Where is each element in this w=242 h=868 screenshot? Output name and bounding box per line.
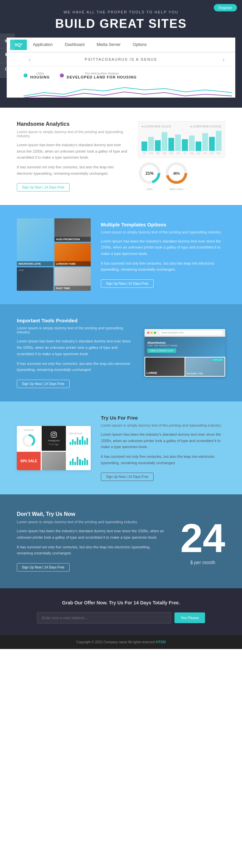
dash-sparkline2 [70, 457, 88, 465]
nav-item-options[interactable]: Options [127, 37, 153, 52]
bar-2 [155, 140, 161, 151]
template-img-3: LONDON TUBE [54, 243, 91, 266]
analytics-section: Handsome Analytics Lorem ipsum is simply… [0, 108, 242, 205]
bar-0 [141, 142, 147, 151]
analytics-chart: ● OVERVIEW SALES ● OVERVIEW CHOICE JanFe… [138, 121, 225, 191]
mockup-cta-btn[interactable]: VIEW CONTACT LIST [147, 348, 176, 353]
dash-card-sale: 60% SALE [17, 452, 41, 470]
header-section: Register WE HAVE ALL THE PROPER TOOLS TO… [0, 0, 242, 108]
bar-label-2: Mar [155, 152, 161, 154]
browser-url: www.example.com [159, 331, 222, 335]
nav-item-dashboard[interactable]: Dashboard [59, 37, 91, 52]
bars [141, 131, 221, 151]
carousel-chart [24, 86, 232, 98]
bar-4 [168, 138, 174, 151]
template-img-2: AUDI PROMOTION [54, 218, 91, 242]
spark-bar-sparkline2-4 [79, 459, 81, 465]
register-button[interactable]: Register [214, 4, 237, 11]
carousel-item-text-2: The Metropolitan Railway DEVELOPED LAND … [66, 72, 136, 79]
bar-6 [182, 139, 188, 151]
bar-label-4: May [168, 152, 174, 154]
spark-bar-sparkline1-2 [74, 441, 76, 445]
carousel-item-text-1: 1980s HOUSING [30, 72, 50, 79]
free-subtitle: Lorem ipsum is simply dummy text of the … [101, 423, 225, 427]
bar-8 [196, 142, 201, 151]
carousel-prev[interactable]: ‹ [29, 56, 31, 63]
donut-2: 46% 46% USAI [165, 161, 188, 191]
carousel-next[interactable]: › [222, 56, 225, 63]
browser-dot-yellow [151, 332, 153, 334]
bar-chart-header: ● OVERVIEW SALES ● OVERVIEW CHOICE [141, 125, 221, 128]
bar-5 [175, 134, 181, 151]
bar-label-8: Sep [196, 152, 201, 154]
spark-bar-sparkline1-4 [79, 440, 81, 444]
template-label-1: MOUNTAIN LOVE [17, 261, 53, 266]
bar-label-11: Dec [216, 152, 221, 154]
bar-labels: JanFebMarAprMayJunJulAugSepOctNovDec [141, 152, 221, 154]
dash-card-office: OFFICE [17, 426, 41, 451]
dash-card-photo [42, 452, 65, 470]
tools-signup-button[interactable]: Sign Up Now | 14 Days Free [17, 380, 70, 388]
analytics-signup-button[interactable]: Sign Up Now | 14 Days Free [17, 183, 70, 191]
spark-bar-sparkline2-2 [74, 462, 76, 465]
cta-email-input[interactable] [37, 612, 171, 623]
spark-bar-sparkline2-7 [86, 460, 88, 465]
svg-text:21%: 21% [145, 171, 154, 176]
donut-label-1: 21% [138, 187, 161, 191]
price-display: 24 $ per month [181, 518, 225, 565]
templates-subtitle: Lorem ipsum is simply dummy text of the … [101, 230, 225, 234]
pricing-heading: Don't Wait, Try Us Now [17, 511, 167, 517]
template-img-4: UND [17, 267, 53, 291]
bar-3 [162, 132, 167, 151]
templates-signup-button[interactable]: Sign Up Now | 14 Days Free [101, 279, 154, 288]
cta-section: Grab Our Offer Now. Try Us For 14 Days T… [0, 588, 242, 635]
left-sidebar [0, 34, 15, 78]
free-signup-button[interactable]: Sign Up Now | 14 Days Free [101, 472, 154, 481]
nav-links: Application Dashboard Media Server Optio… [27, 37, 232, 52]
sidebar-chat-icon[interactable] [0, 48, 15, 63]
bar-7 [189, 135, 195, 151]
nav-item-application[interactable]: Application [27, 37, 59, 52]
tools-text: Important Tools Provided Lorem ipsum is … [17, 318, 134, 388]
free-body1: Lorem Ipsum has been the industry's stan… [101, 431, 225, 450]
nav-item-media-server[interactable]: Media Server [90, 37, 126, 52]
mockup-hero-sub: FIND THE PERFECT HOME [147, 344, 178, 347]
sidebar-thumb-icon[interactable] [0, 34, 15, 48]
footer: Copyright © 2021 Company name All rights… [0, 635, 242, 649]
cta-heading: Grab Our Offer Now. Try Us For 14 Days T… [17, 600, 225, 606]
mockup-hero-title: ShareHomes [147, 341, 178, 344]
footer-text: Copyright © 2021 Company name All rights… [76, 640, 155, 644]
bar-label-6: Jul [182, 152, 188, 154]
bar-label-9: Oct [202, 152, 208, 154]
carousel-section: ‹ PSITTACOSAURUS IS A GENUS › 1980s HOUS… [7, 52, 235, 98]
browser-dot-red [147, 332, 149, 334]
pricing-signup-button[interactable]: Sign Up Now | 14 Days Free [17, 563, 70, 571]
free-text: Try Us For Free Lorem ipsum is simply du… [101, 415, 225, 481]
donut-label-2: 46% USAI [165, 187, 188, 191]
bar-label-7: Aug [189, 152, 195, 154]
mockup-hero-texts: ShareHomes FIND THE PERFECT HOME VIEW CO… [147, 341, 178, 353]
bar-1 [148, 137, 154, 151]
svg-point-0 [5, 68, 8, 70]
templates-body2: It has survived not only five centuries,… [101, 260, 225, 273]
svg-point-11 [52, 433, 55, 436]
spark-bar-sparkline2-1 [72, 459, 74, 465]
bar-9 [202, 133, 208, 151]
carousel-dot-green [24, 73, 28, 78]
dash-sale-label: 60% SALE [21, 459, 37, 463]
tools-subtitle: Lorem ipsum is simply dummy text of the … [17, 326, 134, 334]
pricing-text: Don't Wait, Try Us Now Lorem ipsum is si… [17, 511, 167, 571]
footer-link[interactable]: #ITEM [156, 640, 165, 644]
tools-heading: Important Tools Provided [17, 318, 134, 323]
bar-10 [209, 137, 215, 151]
chart-legend-1: ● OVERVIEW SALES [141, 125, 171, 128]
carousel-subtitle-2: The Metropolitan Railway [66, 72, 136, 75]
tools-mockup: www.example.com ShareHomes FIND THE PERF… [144, 329, 225, 377]
cta-submit-button[interactable]: Yes Please [174, 613, 205, 623]
sidebar-search-icon[interactable] [0, 63, 15, 78]
spark-bar-sparkline2-6 [84, 458, 86, 465]
carousel-dot-purple [60, 73, 64, 78]
analytics-subtitle: Lorem ipsum is simply dummy text of the … [17, 130, 128, 138]
dash-card-instagram: instagram 4 hrs ago [42, 426, 65, 451]
carousel-title-1: HOUSING [30, 75, 50, 79]
